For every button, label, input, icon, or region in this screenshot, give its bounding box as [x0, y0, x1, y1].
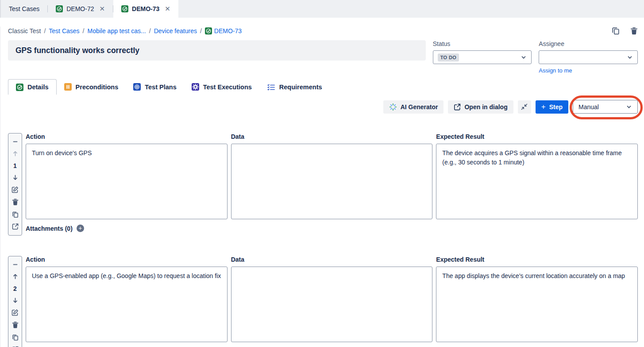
assignee-select[interactable]	[539, 50, 638, 64]
add-attachment-icon[interactable]: +	[77, 225, 84, 232]
test-plan-icon	[133, 83, 141, 91]
status-select[interactable]: TO DO	[433, 50, 532, 64]
edit-step-icon[interactable]	[11, 186, 19, 194]
open-step-icon[interactable]	[11, 223, 19, 231]
data-textarea[interactable]	[231, 144, 433, 219]
test-case-icon	[121, 5, 128, 12]
data-column-header: Data	[231, 256, 433, 263]
collapse-step-icon[interactable]	[11, 260, 19, 268]
expected-result-textarea[interactable]: The app displays the device's current lo…	[436, 267, 638, 342]
open-dialog-icon	[454, 103, 461, 111]
step-number: 1	[13, 162, 17, 169]
plus-icon: +	[541, 103, 546, 111]
test-execution-icon	[192, 83, 199, 91]
attachments-label: Attachments (0)	[26, 225, 73, 232]
status-badge: TO DO	[438, 53, 459, 61]
data-column-header: Data	[231, 133, 433, 140]
assignee-label: Assignee	[539, 40, 638, 47]
collapse-icon	[521, 103, 528, 110]
requirement-icon	[267, 84, 275, 91]
action-textarea[interactable]: Use a GPS-enabled app (e.g., Google Maps…	[26, 267, 228, 342]
section-tabs: Details Preconditions Test Plans Test Ex…	[8, 79, 638, 95]
window-tab-bar: Test Cases DEMO-72 ✕ DEMO-73 ✕	[0, 0, 644, 18]
chevron-down-icon	[626, 104, 632, 110]
delete-icon[interactable]	[630, 27, 638, 35]
move-step-up-icon[interactable]	[11, 150, 19, 158]
assignee-field: Assignee Assign to me	[539, 40, 638, 74]
status-field: Status TO DO	[433, 40, 532, 64]
test-case-icon	[16, 84, 23, 91]
expected-result-column-header: Expected Result	[436, 256, 638, 263]
breadcrumb-link-device-features[interactable]: Device features	[154, 27, 197, 34]
duplicate-icon[interactable]	[612, 27, 620, 35]
page-title: GPS functionality works correctly	[15, 46, 139, 55]
step-number: 2	[13, 285, 17, 292]
move-step-down-icon[interactable]	[11, 297, 19, 305]
breadcrumb: Classic Test / Test Cases / Mobile app t…	[8, 27, 242, 34]
ai-sparkle-icon	[389, 103, 397, 111]
tab-test-plans[interactable]: Test Plans	[126, 79, 184, 95]
collapse-steps-button[interactable]	[518, 100, 531, 114]
chevron-down-icon	[521, 54, 527, 61]
test-step-1: 1 Action Turn on device's GPS	[8, 133, 638, 236]
breadcrumb-link-test-cases[interactable]: Test Cases	[49, 27, 79, 34]
step-type-select[interactable]: Manual	[573, 100, 638, 114]
delete-step-icon[interactable]	[11, 198, 19, 206]
copy-step-icon[interactable]	[11, 333, 19, 341]
breadcrumb-link-folder[interactable]: Mobile app test cas...	[87, 27, 146, 34]
status-label: Status	[433, 40, 532, 47]
expected-result-textarea[interactable]: The device acquires a GPS signal within …	[436, 144, 638, 219]
step-type-value: Manual	[578, 103, 599, 111]
test-case-icon	[205, 27, 212, 34]
breadcrumb-root: Classic Test	[8, 27, 41, 34]
test-title-box[interactable]: GPS functionality works correctly	[8, 40, 426, 61]
collapse-step-icon[interactable]	[11, 137, 19, 145]
tab-requirements[interactable]: Requirements	[259, 79, 330, 95]
tab-details[interactable]: Details	[8, 79, 57, 95]
move-step-down-icon[interactable]	[11, 174, 19, 182]
tab-preconditions[interactable]: Preconditions	[57, 79, 126, 95]
test-step-2: 2 Action Use a GPS-enabled app (e.g., G	[8, 256, 638, 347]
data-textarea[interactable]	[231, 267, 433, 342]
action-column-header: Action	[26, 256, 228, 263]
tab-test-cases[interactable]: Test Cases	[1, 0, 47, 18]
assign-to-me-link[interactable]: Assign to me	[539, 67, 572, 74]
action-column-header: Action	[26, 133, 228, 140]
move-step-up-icon[interactable]	[11, 273, 19, 281]
tab-label: DEMO-73	[132, 5, 159, 12]
precondition-icon	[64, 83, 72, 91]
close-icon[interactable]: ✕	[99, 5, 105, 13]
chevron-down-icon	[627, 54, 633, 61]
open-in-dialog-button[interactable]: Open in dialog	[448, 100, 513, 114]
close-icon[interactable]: ✕	[165, 5, 170, 13]
expected-result-column-header: Expected Result	[436, 133, 638, 140]
breadcrumb-current[interactable]: DEMO-73	[205, 27, 242, 34]
edit-step-icon[interactable]	[11, 309, 19, 316]
step-toolbar: 1	[8, 133, 22, 236]
ai-generator-button[interactable]: AI Generator	[383, 100, 444, 114]
tab-test-executions[interactable]: Test Executions	[184, 79, 259, 95]
tab-label: Test Cases	[9, 5, 39, 12]
tab-demo-73[interactable]: DEMO-73 ✕	[113, 0, 178, 18]
copy-step-icon[interactable]	[11, 210, 19, 218]
delete-step-icon[interactable]	[11, 321, 19, 329]
tab-demo-72[interactable]: DEMO-72 ✕	[48, 0, 113, 18]
add-step-button[interactable]: + Step	[536, 100, 568, 114]
tab-label: DEMO-72	[66, 5, 94, 12]
test-case-icon	[56, 5, 63, 12]
step-toolbar: 2	[8, 256, 22, 347]
action-textarea[interactable]: Turn on device's GPS	[26, 144, 228, 219]
